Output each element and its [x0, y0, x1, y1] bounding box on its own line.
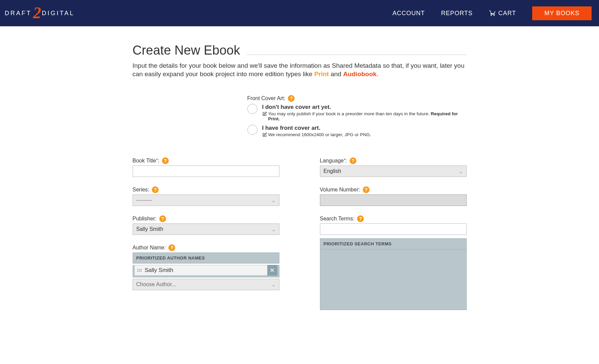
search-terms-label: Search Terms: [320, 216, 355, 222]
chevron-down-icon: ⌄ [271, 197, 276, 204]
book-title-input[interactable] [133, 165, 279, 177]
help-icon[interactable]: ? [168, 244, 175, 251]
help-icon[interactable]: ? [159, 215, 166, 222]
author-panel-body: Sally Smith ✕ [133, 265, 279, 277]
nav-reports[interactable]: REPORTS [441, 10, 473, 17]
volume-number-input [320, 194, 467, 206]
form-grid: Book Title*: ? Series: ? --------- ⌄ Pub… [133, 157, 467, 310]
search-terms-input[interactable] [320, 223, 467, 235]
search-terms-panel-body [320, 249, 467, 310]
author-tag[interactable]: Sally Smith ✕ [134, 265, 278, 276]
chevron-down-icon: ⌄ [271, 281, 276, 288]
author-tag-name: Sally Smith [145, 267, 267, 274]
my-books-button[interactable]: MY BOOKS [532, 6, 592, 20]
help-icon[interactable]: ? [162, 157, 169, 164]
help-icon[interactable]: ? [288, 95, 295, 102]
help-icon[interactable]: ? [363, 186, 370, 193]
publisher-select[interactable]: Sally Smith ⌄ [133, 223, 279, 235]
radio-have-cover[interactable] [247, 125, 257, 135]
logo[interactable]: DRAFT 2 DIGITAL [5, 4, 75, 23]
edit-icon [262, 112, 267, 116]
chevron-down-icon: ⌄ [271, 226, 276, 233]
logo-text-right: DIGITAL [42, 10, 75, 17]
cart-icon [489, 10, 496, 17]
series-label: Series: [133, 187, 149, 193]
nav-cart[interactable]: CART [489, 10, 516, 17]
main-content: Create New Ebook Input the details for y… [133, 26, 467, 310]
print-link[interactable]: Print [314, 70, 329, 78]
top-nav-header: DRAFT 2 DIGITAL ACCOUNT REPORTS CART MY … [0, 0, 599, 26]
cover-option-have[interactable]: I have front cover art. We recommend 160… [247, 125, 467, 137]
choose-author-select[interactable]: Choose Author... ⌄ [133, 279, 279, 290]
cover-art-section: Front Cover Art: ? I don't have cover ar… [133, 95, 467, 137]
book-title-label: Book Title [133, 158, 156, 163]
search-terms-panel-header: PRIORITIZED SEARCH TERMS [320, 238, 467, 249]
page-title: Create New Ebook [133, 43, 240, 58]
remove-author-button[interactable]: ✕ [267, 265, 277, 276]
logo-2-icon: 2 [33, 3, 41, 22]
language-select[interactable]: English ⌄ [320, 165, 467, 177]
cover-option-none[interactable]: I don't have cover art yet. You may only… [247, 104, 467, 121]
help-icon[interactable]: ? [350, 157, 356, 164]
language-label: Language [320, 158, 344, 163]
primary-nav: ACCOUNT REPORTS CART MY BOOKS [392, 6, 592, 20]
intro-text: Input the details for your book below an… [133, 62, 467, 78]
audiobook-link[interactable]: Audiobook [343, 70, 377, 78]
help-icon[interactable]: ? [152, 186, 159, 193]
edit-icon [262, 132, 267, 137]
radio-no-cover-title: I don't have cover art yet. [262, 104, 467, 111]
form-left-column: Book Title*: ? Series: ? --------- ⌄ Pub… [133, 157, 279, 310]
volume-number-label: Volume Number: [320, 187, 360, 193]
form-right-column: Language*: ? English ⌄ Volume Number: ? … [320, 157, 467, 310]
publisher-label: Publisher: [133, 216, 157, 222]
nav-cart-label: CART [498, 10, 516, 17]
logo-text-left: DRAFT [5, 10, 32, 17]
help-icon[interactable]: ? [357, 215, 364, 222]
cover-art-label: Front Cover Art: [247, 95, 285, 101]
radio-have-cover-title: I have front cover art. [262, 125, 371, 131]
chevron-down-icon: ⌄ [459, 168, 463, 175]
title-divider [247, 55, 466, 55]
drag-handle-icon[interactable] [137, 269, 143, 272]
radio-no-cover[interactable] [247, 104, 257, 114]
author-name-label: Author Name: [133, 245, 166, 251]
nav-account[interactable]: ACCOUNT [392, 10, 425, 17]
author-panel-header: PRIORITIZED AUTHOR NAMES [133, 252, 279, 264]
series-select[interactable]: --------- ⌄ [133, 194, 279, 206]
